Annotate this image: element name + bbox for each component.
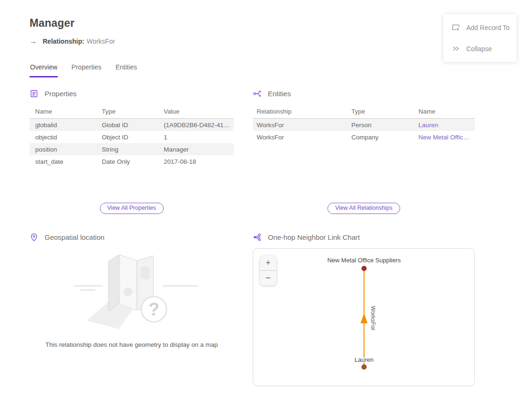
context-menu: Add Record To Collapse xyxy=(443,14,517,62)
property-value: {1A9DB2B6-D482-4170-... xyxy=(164,122,234,129)
entity-name-link[interactable]: New Metal Office ... xyxy=(418,134,475,141)
property-name: globalid xyxy=(35,122,102,129)
view-all-properties-button[interactable]: View All Properties xyxy=(100,203,164,214)
table-row: globalid Global ID {1A9DB2B6-D482-4170-.… xyxy=(30,119,234,131)
menu-item-collapse[interactable]: Collapse xyxy=(443,38,517,59)
no-geometry-message: This relationship does not have geometry… xyxy=(30,341,234,348)
entity-relationship: WorksFor xyxy=(257,122,351,129)
link-chart-canvas[interactable]: WorksFor New Metal Office Suppliers Laur… xyxy=(253,249,474,386)
bottom-node-dot[interactable] xyxy=(362,365,366,369)
property-type: Date Only xyxy=(102,158,164,165)
column-header: Relationship xyxy=(257,108,351,115)
location-pin-icon xyxy=(30,233,38,242)
table-row: objectid Object ID 1 xyxy=(30,131,234,143)
property-type: Object ID xyxy=(102,134,164,141)
relationship-arrow-icon: → xyxy=(30,37,37,46)
entities-table: Relationship Type Name WorksFor Person L… xyxy=(253,105,475,143)
link-chart-section: One-hop Neighbor Link Chart + − WorksFor… xyxy=(253,233,475,386)
property-type: String xyxy=(102,146,164,153)
property-value: 2017-08-18 xyxy=(164,158,234,165)
tab-properties[interactable]: Properties xyxy=(71,63,102,77)
menu-item-add-record-to[interactable]: Add Record To xyxy=(443,17,517,38)
tab-entities[interactable]: Entities xyxy=(115,63,137,77)
table-row: WorksFor Person Lauren xyxy=(253,119,475,131)
properties-icon xyxy=(30,89,38,98)
map-zoom-control: + − xyxy=(260,256,276,285)
column-header: Value xyxy=(164,108,234,115)
column-header: Type xyxy=(351,108,418,115)
top-node-dot[interactable] xyxy=(362,266,366,271)
column-header: Name xyxy=(418,108,475,115)
map-placeholder-illustration: ? xyxy=(61,249,202,336)
bottom-node-label: Lauren xyxy=(355,356,373,363)
section-title: Entities xyxy=(268,90,291,98)
menu-item-label: Add Record To xyxy=(466,24,509,31)
property-name: objectid xyxy=(35,134,102,141)
zoom-out-button[interactable]: − xyxy=(260,271,276,285)
column-header: Name xyxy=(35,108,102,115)
entity-name-link[interactable]: Lauren xyxy=(418,122,475,129)
geospatial-section: Geospatial location xyxy=(30,233,234,386)
entity-type: Person xyxy=(351,122,418,129)
table-row: position String Manager xyxy=(30,143,234,155)
link-chart-panel: + − WorksFor New Metal Office Suppliers … xyxy=(253,248,475,386)
properties-section: Properties Name Type Value globalid Glob… xyxy=(30,89,234,214)
column-header: Type xyxy=(102,108,164,115)
record-detail-page: Add Record To Collapse Manager → Relatio… xyxy=(0,0,532,405)
top-node-label: New Metal Office Suppliers xyxy=(327,257,401,264)
property-name: start_date xyxy=(35,158,102,165)
svg-text:?: ? xyxy=(148,299,159,319)
entity-relationship: WorksFor xyxy=(257,134,351,141)
edge-label: WorksFor xyxy=(370,306,376,330)
edge-direction-arrow xyxy=(361,313,368,323)
section-title: Geospatial location xyxy=(45,233,105,241)
property-type: Global ID xyxy=(102,122,164,129)
properties-table: Name Type Value globalid Global ID {1A9D… xyxy=(30,105,234,168)
subtitle-value: WorksFor xyxy=(87,38,115,45)
menu-item-label: Collapse xyxy=(466,45,492,53)
section-title: One-hop Neighbor Link Chart xyxy=(268,233,360,241)
zoom-in-button[interactable]: + xyxy=(260,256,276,270)
entities-icon xyxy=(253,89,262,98)
property-value: 1 xyxy=(164,134,234,141)
view-all-relationships-button[interactable]: View All Relationships xyxy=(327,203,400,214)
section-title: Properties xyxy=(45,90,76,98)
tab-overview[interactable]: Overview xyxy=(30,63,58,77)
detail-tabs: Overview Properties Entities xyxy=(30,63,532,77)
entities-table-header: Relationship Type Name xyxy=(253,105,475,119)
collapse-icon xyxy=(451,44,460,53)
table-row: WorksFor Company New Metal Office ... xyxy=(253,131,475,143)
entities-section: Entities Relationship Type Name WorksFor… xyxy=(253,89,475,214)
property-value: Manager xyxy=(164,146,234,153)
entity-type: Company xyxy=(351,134,418,141)
properties-table-header: Name Type Value xyxy=(30,105,234,119)
subtitle-label: Relationship: xyxy=(43,38,84,45)
property-name: position xyxy=(35,146,102,153)
add-record-icon xyxy=(451,23,460,32)
table-row: start_date Date Only 2017-08-18 xyxy=(30,155,234,168)
link-chart-icon xyxy=(253,233,262,242)
